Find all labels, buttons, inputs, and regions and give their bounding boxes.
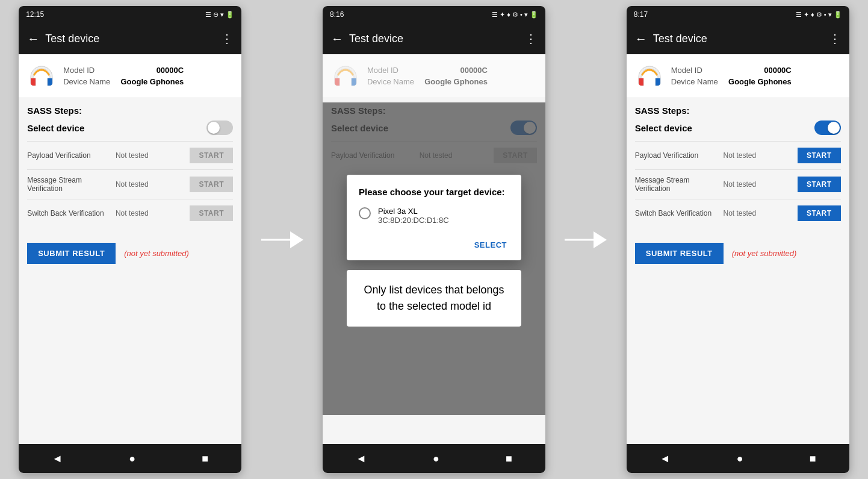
nav-back-3[interactable]: ◄ <box>660 452 671 465</box>
verification-row-2-1: Switch Back Verification Not tested STAR… <box>27 199 233 227</box>
back-button-3[interactable]: ← <box>635 32 647 46</box>
nav-home-1[interactable]: ● <box>129 452 135 465</box>
dialog-title-2: Please choose your target device: <box>359 187 509 197</box>
content-3: Model ID 00000C Device Name Google Gphon… <box>627 54 849 444</box>
more-button-3[interactable]: ⋮ <box>829 31 841 46</box>
time-2: 8:16 <box>330 10 344 19</box>
nav-home-2[interactable]: ● <box>433 452 439 465</box>
select-device-row-3: Select device <box>635 121 841 135</box>
name-label-3: Device Name <box>671 77 718 86</box>
select-device-label-3: Select device <box>635 123 692 133</box>
ver-status-2-1: Not tested <box>116 209 186 218</box>
verification-row-2-3: Switch Back Verification Not tested STAR… <box>635 199 841 227</box>
ver-start-btn-1-3[interactable]: START <box>798 177 841 192</box>
nav-back-2[interactable]: ◄ <box>356 452 367 465</box>
phone-2: 8:16 ☰ ✦ ♦ ⚙ • ▾ 🔋 ← Test device ⋮ <box>323 6 545 473</box>
ver-name-2-1: Switch Back Verification <box>27 209 112 218</box>
not-submitted-1: (not yet submitted) <box>124 249 189 258</box>
device-option-name-0: Pixel 3a XL <box>378 207 449 216</box>
ver-name-0-1: Payload Verification <box>27 151 112 160</box>
select-device-toggle-3[interactable] <box>814 121 841 135</box>
sass-title-1: SASS Steps: <box>27 105 233 116</box>
app-title-2: Test device <box>349 33 519 45</box>
name-row-1: Device Name Google Gphones <box>63 77 184 86</box>
arrow-1 <box>255 229 309 251</box>
ver-name-1-1: Message Stream Verification <box>27 176 112 193</box>
device-option-text-0: Pixel 3a XL 3C:8D:20:DC:D1:8C <box>378 207 449 225</box>
ver-status-2-3: Not tested <box>723 209 793 218</box>
headphone-icon-2 <box>331 61 360 90</box>
model-label-3: Model ID <box>671 66 702 75</box>
back-button-1[interactable]: ← <box>27 32 39 46</box>
ver-name-1-3: Message Stream Verification <box>635 176 720 193</box>
not-submitted-3: (not yet submitted) <box>732 249 797 258</box>
content-1: Model ID 00000C Device Name Google Gphon… <box>19 54 241 444</box>
status-icons-3: ☰ ✦ ♦ ⚙ • ▾ 🔋 <box>796 11 842 19</box>
app-bar-2: ← Test device ⋮ <box>323 23 545 54</box>
dialog-box-2: Please choose your target device: Pixel … <box>347 175 521 260</box>
verification-row-1-1: Message Stream Verification Not tested S… <box>27 169 233 199</box>
name-value-2: Google Gphones <box>424 77 488 86</box>
arrow-shape-1 <box>261 229 303 251</box>
device-info-1: Model ID 00000C Device Name Google Gphon… <box>63 66 184 86</box>
nav-home-3[interactable]: ● <box>737 452 743 465</box>
verification-list-1: Payload Verification Not tested START Me… <box>27 141 233 227</box>
phone-3: 8:17 ☰ ✦ ♦ ⚙ • ▾ 🔋 ← Test device ⋮ <box>627 6 849 473</box>
ver-status-0-3: Not tested <box>723 151 793 160</box>
app-bar-3: ← Test device ⋮ <box>627 23 849 54</box>
model-label-1: Model ID <box>63 66 95 75</box>
ver-start-btn-0-3[interactable]: START <box>798 148 841 163</box>
device-info-3: Model ID 00000C Device Name Google Gphon… <box>671 66 792 86</box>
model-value-1: 00000C <box>157 66 184 75</box>
ver-status-1-3: Not tested <box>723 180 793 189</box>
back-button-2[interactable]: ← <box>331 32 343 46</box>
verification-row-0-3: Payload Verification Not tested START <box>635 141 841 169</box>
status-icons-2: ☰ ✦ ♦ ⚙ • ▾ 🔋 <box>492 11 538 19</box>
arrow-shape-2 <box>565 229 607 251</box>
battery-icon: ☰ ⊖ ▾ 🔋 <box>205 11 234 19</box>
nav-recent-1[interactable]: ■ <box>202 452 208 465</box>
model-value-3: 00000C <box>764 66 792 75</box>
name-label-1: Device Name <box>63 77 110 86</box>
submit-button-3[interactable]: SUBMIT RESULT <box>635 243 724 264</box>
submit-button-1[interactable]: SUBMIT RESULT <box>27 243 116 264</box>
headphone-icon-3 <box>635 61 664 90</box>
dialog-overlay-2: Please choose your target device: Pixel … <box>323 102 545 415</box>
select-device-toggle-1[interactable] <box>206 121 233 135</box>
status-bar-1: 12:15 ☰ ⊖ ▾ 🔋 <box>19 6 241 23</box>
radio-circle-0[interactable] <box>359 207 371 219</box>
content-2: Model ID 00000C Device Name Google Gphon… <box>323 54 545 444</box>
nav-recent-2[interactable]: ■ <box>506 452 512 465</box>
select-device-label-1: Select device <box>27 123 84 133</box>
ver-status-1-1: Not tested <box>116 180 186 189</box>
nav-recent-3[interactable]: ■ <box>810 452 816 465</box>
status-bar-2: 8:16 ☰ ✦ ♦ ⚙ • ▾ 🔋 <box>323 6 545 23</box>
nav-bar-2: ◄ ● ■ <box>323 444 545 473</box>
dialog-select-button-2[interactable]: SELECT <box>472 237 509 253</box>
name-value-1: Google Gphones <box>120 77 184 86</box>
device-card-3: Model ID 00000C Device Name Google Gphon… <box>627 54 849 98</box>
dialog-option-0: Pixel 3a XL 3C:8D:20:DC:D1:8C <box>359 207 509 225</box>
toggle-knob-1 <box>208 122 220 134</box>
name-label-2: Device Name <box>367 77 414 86</box>
status-icon-3: ☰ ✦ ♦ ⚙ • ▾ 🔋 <box>796 11 842 19</box>
time-1: 12:15 <box>26 10 44 19</box>
model-value-2: 00000C <box>460 66 488 75</box>
nav-back-1[interactable]: ◄ <box>52 452 63 465</box>
time-3: 8:17 <box>634 10 648 19</box>
ver-status-0-1: Not tested <box>116 151 186 160</box>
nav-bar-3: ◄ ● ■ <box>627 444 849 473</box>
status-icons-1: ☰ ⊖ ▾ 🔋 <box>205 11 234 19</box>
headphone-icon-1 <box>27 61 56 90</box>
arrow-2 <box>559 229 613 251</box>
more-button-2[interactable]: ⋮ <box>525 31 537 46</box>
app-title-3: Test device <box>653 33 823 45</box>
name-row-2: Device Name Google Gphones <box>367 77 488 86</box>
ver-start-btn-2-3[interactable]: START <box>798 205 841 221</box>
app-bar-1: ← Test device ⋮ <box>19 23 241 54</box>
ver-start-btn-1-1[interactable]: START <box>190 177 233 192</box>
ver-start-btn-0-1[interactable]: START <box>190 148 233 163</box>
ver-start-btn-2-1[interactable]: START <box>190 205 233 221</box>
tooltip-box-2: Only list devices that belongs to the se… <box>347 270 521 327</box>
more-button-1[interactable]: ⋮ <box>221 31 233 46</box>
